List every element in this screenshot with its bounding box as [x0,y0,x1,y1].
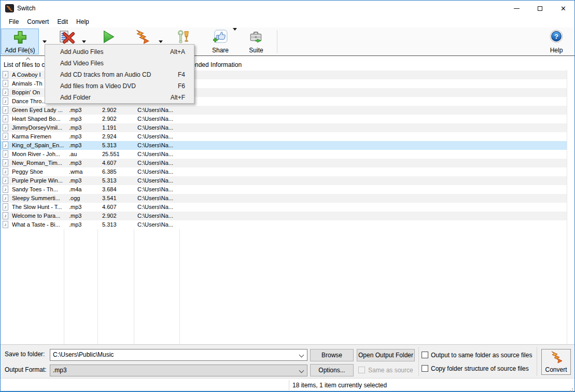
convert-button-label: Convert [545,366,567,373]
switch-app-window: Switch ✕ FileConvertEditHelp Add File(s)… [0,0,575,392]
panel-separator [537,347,537,376]
browse-label: Browse [321,352,342,359]
toolbar-separator [277,30,277,53]
file-row[interactable]: ♪Welcome to Para....mp32.902C:\Users\Na.… [1,212,567,220]
share-button[interactable]: Share [207,29,234,54]
minimize-button[interactable] [505,1,528,16]
file-row[interactable]: ♪Sandy Toes - Th....m4a3.684C:\Users\Na.… [1,185,567,194]
file-format: .mp3 [69,132,96,141]
add-files-button[interactable]: Add File(s) [1,29,39,54]
music-file-icon: ♪ [3,89,8,96]
menu-item-add-audio-files[interactable]: Add Audio FilesAlt+A [45,46,194,58]
file-path: C:\Users\Na... [137,159,179,167]
music-file-icon: ♪ [3,133,8,140]
panel-separator [418,347,419,376]
file-size: 5.313 [102,141,132,150]
file-row[interactable]: ♪Sleepy Summerti....ogg3.541C:\Users\Na.… [1,194,567,203]
file-size: 3.541 [102,194,132,203]
file-size: 2.902 [102,212,132,220]
options-label: Options... [318,367,345,374]
file-row[interactable]: ♪Moon River - Joh....au25.551C:\Users\Na… [1,150,567,159]
file-row[interactable]: ♪New_Roman_Tim....mp34.607C:\Users\Na... [1,159,567,167]
suite-button[interactable]: Suite [243,29,269,54]
file-size: 4.607 [102,159,132,167]
file-path: C:\Users\Na... [137,220,179,229]
menu-item-shortcut: F4 [178,71,185,78]
menu-item-add-video-files[interactable]: Add Video Files [45,58,194,69]
music-file-icon: ♪ [3,106,8,114]
file-format: .mp3 [69,176,96,185]
file-row[interactable]: ♪What a Taste - Bi....mp35.313C:\Users\N… [1,220,567,229]
share-label: Share [212,47,229,54]
same-as-source-label: Same as source [368,367,413,374]
chevron-down-icon [159,40,163,43]
menu-help[interactable]: Help [72,16,93,27]
file-name: What a Taste - Bi... [12,220,64,229]
music-file-icon: ♪ [3,97,8,105]
file-format: .wma [69,167,96,176]
file-row[interactable]: ♪The Slow Hunt - T....mp34.607C:\Users\N… [1,203,567,212]
music-file-icon: ♪ [3,80,8,87]
menu-convert[interactable]: Convert [23,16,53,27]
file-size: 2.924 [102,132,132,141]
file-name: Sandy Toes - Th... [12,185,64,194]
output-panel: Save to folder: C:\Users\Public\Music Ou… [1,344,574,378]
file-path: C:\Users\Na... [137,203,179,212]
file-row[interactable]: ♪Peggy Shoe.wma6.385C:\Users\Na... [1,167,567,176]
suite-briefcase-icon [249,30,263,46]
options-button[interactable]: Options... [310,364,354,376]
menu-item-label: Add Video Files [60,60,104,67]
file-format: .mp3 [69,203,96,212]
music-file-icon: ♪ [3,71,8,78]
convert-bolt-icon [550,351,563,366]
chevron-down-icon [299,353,304,358]
menu-item-shortcut: Alt+A [170,48,185,55]
file-format: .mp3 [69,106,96,115]
menu-item-add-cd-tracks-from-an-audio-cd[interactable]: Add CD tracks from an Audio CDF4 [45,69,194,80]
file-row[interactable]: ♪Green Eyed Lady ....mp32.902C:\Users\Na… [1,106,567,115]
file-path: C:\Users\Na... [137,185,179,194]
chevron-down-icon [299,368,304,373]
output-format-combobox[interactable]: .mp3 [50,365,307,376]
column-gridline [567,70,567,344]
status-text: 18 items, 1 item currently selected [292,382,387,389]
menu-item-label: Add Folder [60,94,91,101]
file-row[interactable]: ♪JimmyDorseyVmil....mp31.191C:\Users\Na.… [1,123,567,132]
browse-button[interactable]: Browse [310,349,354,361]
menu-file[interactable]: File [5,16,23,27]
help-button[interactable]: ? Help [543,29,569,54]
resize-grip-icon[interactable] [572,388,573,389]
status-separator [289,380,289,390]
file-row[interactable]: ♪King_of_Spain_En....mp35.313C:\Users\Na… [1,141,567,150]
music-file-icon: ♪ [3,177,8,184]
convert-button[interactable]: Convert [541,349,571,375]
file-path: C:\Users\Na... [137,150,179,159]
output-same-folder-checkbox[interactable] [422,352,428,358]
file-path: C:\Users\Na... [137,106,179,115]
music-file-icon: ♪ [3,194,8,202]
file-format: .ogg [69,194,96,203]
file-row[interactable]: ♪Karma Firemen.mp32.924C:\Users\Na... [1,132,567,141]
music-file-icon: ♪ [3,150,8,158]
copy-folder-structure-checkbox[interactable] [422,365,428,372]
share-dropdown-arrow[interactable] [233,31,237,40]
menu-item-add-files-from-a-video-dvd[interactable]: Add files from a Video DVDF6 [45,80,194,92]
menu-item-shortcut: Alt+F [171,94,185,101]
file-format: .m4a [69,185,96,194]
menu-item-label: Add Audio Files [60,48,103,55]
file-size: 6.385 [102,167,132,176]
file-row[interactable]: ♪Heart Shaped Bo....mp32.902C:\Users\Na.… [1,115,567,123]
file-row[interactable]: ♪Purple Purple Win....mp35.313C:\Users\N… [1,176,567,185]
save-to-folder-combobox[interactable]: C:\Users\Public\Music [50,349,307,361]
copy-folder-structure-label: Copy folder structure of source files [431,365,529,372]
maximize-button[interactable] [528,1,552,16]
menu-edit[interactable]: Edit [53,16,72,27]
file-name: Purple Purple Win... [12,176,64,185]
file-name: Green Eyed Lady ... [12,106,64,115]
menu-item-add-folder[interactable]: Add FolderAlt+F [45,92,194,103]
file-name: The Slow Hunt - T... [12,203,64,212]
close-button[interactable]: ✕ [552,1,575,16]
file-format: .mp3 [69,212,96,220]
open-output-folder-button[interactable]: Open Output Folder [357,349,415,361]
music-file-icon: ♪ [3,212,8,219]
